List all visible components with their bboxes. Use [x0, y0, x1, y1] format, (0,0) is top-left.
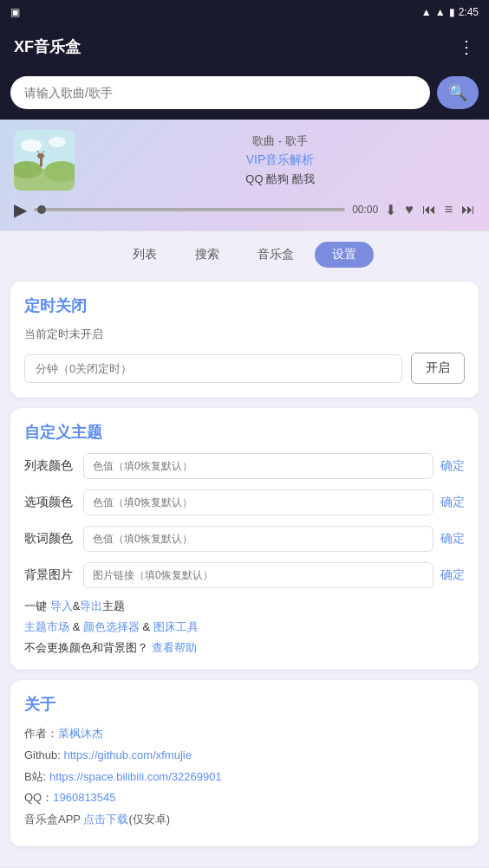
author-link[interactable]: 菜枫沐杰	[58, 727, 103, 740]
app-prefix: 音乐盒APP	[24, 813, 83, 826]
bilibili-link[interactable]: https://space.bilibili.com/32269901	[49, 770, 222, 783]
svg-rect-6	[40, 158, 42, 166]
theme-row-list-color: 列表颜色 确定	[24, 453, 465, 479]
export-theme-link[interactable]: 导出	[80, 599, 102, 612]
progress-dot	[37, 205, 46, 214]
tab-musicbox[interactable]: 音乐盒	[240, 242, 311, 268]
control-icons: ⬇ ♥ ⏮ ≡ ⏭	[385, 202, 475, 218]
timer-row: 开启	[24, 353, 465, 384]
no-change-hint: 不会更换颜色和背景图？ 查看帮助	[24, 640, 465, 656]
bilibili-prefix: B站:	[24, 770, 49, 783]
theme-row-bg-image: 背景图片 确定	[24, 562, 465, 588]
about-github-row: Github: https://github.com/xfmujie	[24, 747, 465, 765]
import-theme-link[interactable]: 导入	[50, 599, 73, 612]
timer-input[interactable]	[24, 354, 402, 383]
album-art-svg	[14, 130, 75, 191]
about-card-title: 关于	[24, 694, 465, 715]
svg-point-1	[21, 139, 42, 152]
search-icon: 🔍	[448, 83, 467, 102]
theme-row-lyric-color: 歌词颜色 确定	[24, 526, 465, 552]
theme-card: 自定义主题 列表颜色 确定 选项颜色 确定 歌词颜色 确定 背景图片 确定 一键…	[10, 408, 479, 670]
import-export-prefix: 一键	[24, 599, 50, 612]
list-color-label: 列表颜色	[24, 458, 76, 474]
player-top: 歌曲 - 歌手 VIP音乐解析 QQ 酷狗 酷我	[14, 130, 475, 191]
next-icon[interactable]: ⏭	[461, 202, 475, 217]
svg-point-2	[49, 137, 66, 147]
bg-image-label: 背景图片	[24, 567, 76, 583]
download-icon[interactable]: ⬇	[385, 202, 396, 218]
vip-text[interactable]: VIP音乐解析	[85, 152, 475, 168]
color-picker-link[interactable]: 颜色选择器	[83, 620, 140, 633]
app-download-link[interactable]: 点击下载	[83, 813, 128, 826]
option-color-input[interactable]	[83, 489, 434, 515]
github-prefix: Github:	[24, 748, 64, 761]
favorite-icon[interactable]: ♥	[405, 202, 414, 217]
play-button[interactable]: ▶	[14, 199, 27, 220]
import-export-row: 一键 导入&导出主题	[24, 599, 465, 614]
player-controls: ▶ 00:00 ⬇ ♥ ⏮ ≡ ⏭	[14, 199, 475, 220]
player-area: 歌曲 - 歌手 VIP音乐解析 QQ 酷狗 酷我 ▶ 00:00 ⬇ ♥ ⏮ ≡…	[0, 120, 489, 231]
status-left: ▣	[10, 6, 20, 18]
color-tool-link[interactable]: 图床工具	[153, 620, 199, 633]
search-input[interactable]	[10, 76, 430, 109]
prev-icon[interactable]: ⏮	[422, 202, 436, 217]
about-card: 关于 作者：菜枫沐杰 Github: https://github.com/xf…	[10, 680, 479, 846]
album-art	[14, 130, 75, 191]
qq-link[interactable]: 1960813545	[53, 791, 115, 804]
about-qq-row: QQ：1960813545	[24, 789, 465, 807]
lyric-color-label: 歌词颜色	[24, 531, 76, 547]
github-link[interactable]: https://github.com/xfmujie	[64, 748, 192, 761]
option-color-confirm[interactable]: 确定	[440, 495, 465, 510]
search-button[interactable]: 🔍	[437, 76, 479, 109]
progress-bar[interactable]	[34, 208, 345, 211]
main-content: 列表 搜索 音乐盒 设置 定时关闭 当前定时未开启 开启 自定义主题 列表颜色 …	[0, 231, 489, 867]
import-export-suffix: 主题	[102, 599, 125, 612]
battery-icon: ▮	[449, 6, 455, 18]
qq-prefix: QQ：	[24, 791, 53, 804]
list-color-confirm[interactable]: 确定	[440, 458, 465, 474]
bg-image-confirm[interactable]: 确定	[440, 567, 465, 583]
theme-row-option-color: 选项颜色 确定	[24, 489, 465, 515]
about-author-row: 作者：菜枫沐杰	[24, 725, 465, 743]
theme-market-link[interactable]: 主题市场	[24, 620, 69, 633]
about-bilibili-row: B站: https://space.bilibili.com/32269901	[24, 768, 465, 787]
playlist-icon[interactable]: ≡	[445, 202, 453, 217]
more-menu-icon[interactable]: ⋮	[458, 36, 475, 57]
list-color-input[interactable]	[83, 453, 434, 479]
search-bar: 🔍	[0, 69, 489, 120]
and-separator2: &	[143, 620, 153, 633]
timer-card: 定时关闭 当前定时未开启 开启	[10, 282, 479, 398]
help-link[interactable]: 查看帮助	[152, 641, 197, 654]
status-right: ▲ ▲ ▮ 2:45	[421, 6, 479, 18]
wifi-icon: ▲	[421, 6, 432, 18]
tab-settings[interactable]: 设置	[315, 242, 374, 268]
signal-icon: ▲	[435, 6, 446, 18]
time-display: 2:45	[459, 6, 479, 18]
download-suffix: (仅安卓)	[128, 813, 170, 826]
bg-image-input[interactable]	[83, 562, 434, 588]
lyric-color-confirm[interactable]: 确定	[440, 531, 465, 547]
song-title: 歌曲 - 歌手	[85, 133, 475, 149]
timer-card-title: 定时关闭	[24, 295, 465, 316]
timer-enable-button[interactable]: 开启	[411, 353, 465, 384]
and-separator: &	[73, 620, 83, 633]
timer-status: 当前定时未开启	[24, 327, 465, 342]
svg-point-7	[37, 153, 44, 159]
tab-bar: 列表 搜索 音乐盒 设置	[10, 242, 479, 268]
player-info: 歌曲 - 歌手 VIP音乐解析 QQ 酷狗 酷我	[85, 130, 475, 187]
about-app-row: 音乐盒APP 点击下载(仅安卓)	[24, 811, 465, 829]
top-bar: XF音乐盒 ⋮	[0, 24, 489, 69]
author-prefix: 作者：	[24, 727, 58, 740]
theme-card-title: 自定义主题	[24, 422, 465, 443]
no-change-text: 不会更换颜色和背景图？	[24, 641, 148, 654]
app-title: XF音乐盒	[14, 36, 81, 57]
theme-tools-row: 主题市场 & 颜色选择器 & 图床工具	[24, 619, 465, 635]
android-icon: ▣	[10, 6, 20, 18]
tab-list[interactable]: 列表	[115, 242, 174, 268]
lyric-color-input[interactable]	[83, 526, 434, 552]
tab-search[interactable]: 搜索	[178, 242, 237, 268]
source-list: QQ 酷狗 酷我	[85, 172, 475, 187]
time-display: 00:00	[352, 204, 378, 216]
option-color-label: 选项颜色	[24, 495, 76, 510]
status-bar: ▣ ▲ ▲ ▮ 2:45	[0, 0, 489, 24]
